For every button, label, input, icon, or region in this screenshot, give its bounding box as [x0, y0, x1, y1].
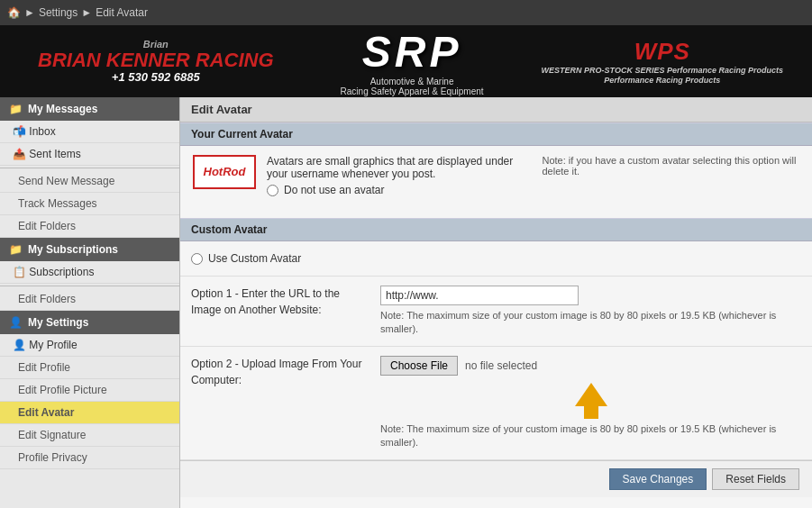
profile-icon: 👤 — [13, 339, 29, 351]
option2-label: Option 2 - Upload Image From Your Comput… — [191, 356, 371, 388]
messages-header-label: My Messages — [28, 103, 97, 115]
breadcrumb-settings[interactable]: Settings — [39, 6, 78, 19]
subscriptions-folder-icon: 📁 — [9, 243, 23, 256]
current-avatar-body: HotRod Avatars are small graphics that a… — [180, 146, 812, 218]
home-icon[interactable]: 🏠 — [7, 6, 21, 19]
sent-icon: 📤 — [13, 148, 29, 160]
breadcrumb-current: Edit Avatar — [96, 6, 148, 19]
use-custom-label: Use Custom Avatar — [208, 252, 301, 265]
main-layout: 📁 My Messages 📬 Inbox 📤 Sent Items Send … — [0, 97, 812, 508]
sub-icon: 📋 — [13, 266, 29, 278]
sidebar-item-edit-avatar[interactable]: Edit Avatar — [0, 402, 179, 424]
reset-fields-button[interactable]: Reset Fields — [712, 468, 799, 490]
sidebar-item-edit-profile[interactable]: Edit Profile — [0, 357, 179, 379]
no-avatar-label: Do not use an avatar — [284, 184, 384, 196]
content-header: Edit Avatar — [180, 97, 812, 122]
sidebar-header-messages: 📁 My Messages — [0, 97, 179, 121]
no-avatar-radio[interactable] — [267, 185, 278, 196]
breadcrumb-sep1: ► — [24, 6, 35, 19]
sidebar-item-edit-profile-picture[interactable]: Edit Profile Picture — [0, 379, 179, 402]
avatar-desc-block: Avatars are small graphics that are disp… — [267, 155, 799, 180]
sidebar-item-my-profile[interactable]: 👤 My Profile — [0, 334, 179, 357]
banner-srp: SRP Automotive & Marine Racing Safety Ap… — [341, 27, 484, 96]
choose-file-button[interactable]: Choose File — [380, 356, 458, 376]
banner-kenner: Brian Brian KENNER RACING +1 530 592 688… — [29, 35, 283, 88]
file-row: Choose File no file selected — [380, 356, 801, 376]
folder-icon: 📁 — [9, 103, 23, 115]
your-current-avatar-title: Your Current Avatar — [180, 122, 812, 146]
current-avatar-area: HotRod Avatars are small graphics that a… — [193, 155, 799, 200]
option2-row: Option 2 - Upload Image From Your Comput… — [180, 347, 812, 460]
option1-control: Note: The maximum size of your custom im… — [380, 286, 801, 337]
option1-label: Option 1 - Enter the URL to the Image on… — [191, 286, 371, 318]
breadcrumb-sep2: ► — [81, 6, 92, 19]
banner-wps: WPS WESTERN PRO-STOCK SERIES Performance… — [542, 38, 783, 86]
top-bar: 🏠 ► Settings ► Edit Avatar — [0, 0, 812, 25]
avatar-image-box: HotRod — [193, 155, 256, 189]
sidebar-item-sent[interactable]: 📤 Sent Items — [0, 143, 179, 166]
settings-header-label: My Settings — [28, 316, 88, 329]
use-custom-radio[interactable] — [191, 253, 203, 265]
option2-control: Choose File no file selected Note: The m… — [380, 356, 801, 450]
sidebar-header-settings: 👤 My Settings — [0, 311, 179, 334]
sidebar: 📁 My Messages 📬 Inbox 📤 Sent Items Send … — [0, 97, 180, 508]
no-file-text: no file selected — [465, 359, 537, 372]
arrow-container — [380, 379, 801, 419]
option1-row: Option 1 - Enter the URL to the Image on… — [180, 277, 812, 347]
sidebar-item-send-new[interactable]: Send New Message — [0, 170, 179, 193]
sidebar-item-inbox[interactable]: 📬 Inbox — [0, 121, 179, 143]
sidebar-item-edit-signature[interactable]: Edit Signature — [0, 424, 179, 447]
settings-folder-icon: 👤 — [9, 316, 23, 329]
banner: Brian Brian KENNER RACING +1 530 592 688… — [0, 25, 812, 97]
inbox-icon: 📬 — [13, 125, 29, 138]
avatar-note: Note: if you have a custom avatar select… — [543, 155, 800, 177]
sidebar-item-profile-privacy[interactable]: Profile Privacy — [0, 447, 179, 469]
sent-label: Sent Items — [29, 148, 80, 160]
sidebar-item-subscriptions[interactable]: 📋 Subscriptions — [0, 261, 179, 284]
content-footer: Save Changes Reset Fields — [180, 460, 812, 497]
do-not-use-row: Do not use an avatar — [267, 184, 799, 196]
content-area: Edit Avatar Your Current Avatar HotRod A… — [180, 97, 812, 508]
use-custom-row: Use Custom Avatar — [180, 241, 812, 277]
url-input[interactable] — [380, 286, 579, 305]
my-profile-label: My Profile — [29, 339, 77, 351]
sidebar-item-edit-folders-messages[interactable]: Edit Folders — [0, 215, 179, 238]
arrow-head — [575, 383, 607, 406]
arrow-shaft — [584, 406, 598, 419]
avatar-placeholder: HotRod — [204, 166, 246, 178]
subscriptions-label: Subscriptions — [29, 266, 94, 278]
kenner-phone: +1 530 592 6885 — [38, 71, 274, 84]
subscriptions-header-label: My Subscriptions — [28, 243, 118, 256]
inbox-label: Inbox — [29, 125, 55, 138]
sidebar-header-subscriptions: 📁 My Subscriptions — [0, 238, 179, 261]
sidebar-item-track[interactable]: Track Messages — [0, 193, 179, 215]
use-custom-radio-row: Use Custom Avatar — [191, 252, 801, 265]
save-changes-button[interactable]: Save Changes — [609, 468, 707, 490]
url-note: Note: The maximum size of your custom im… — [380, 309, 801, 337]
sidebar-item-edit-folders-subs[interactable]: Edit Folders — [0, 288, 179, 311]
upload-note: Note: The maximum size of your custom im… — [380, 422, 801, 450]
custom-avatar-title: Custom Avatar — [180, 218, 812, 241]
avatar-desc-text: Avatars are small graphics that are disp… — [267, 155, 525, 180]
avatar-desc-col: Avatars are small graphics that are disp… — [267, 155, 799, 200]
